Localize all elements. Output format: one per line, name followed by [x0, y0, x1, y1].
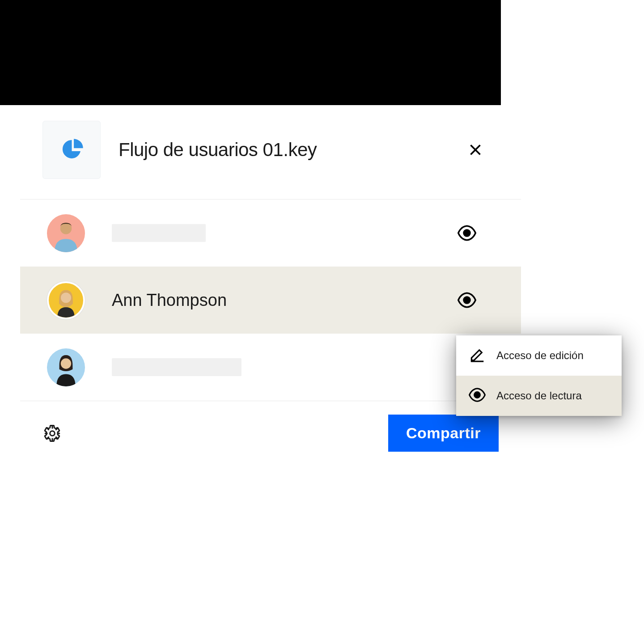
file-title: Flujo de usuarios 01.key — [119, 139, 466, 161]
user-name: Ann Thompson — [112, 291, 458, 310]
svg-point-3 — [464, 230, 470, 236]
dialog-header: Flujo de usuarios 01.key — [20, 105, 521, 199]
file-icon-container — [42, 121, 101, 179]
svg-point-4 — [61, 292, 71, 303]
dropdown-item-edit[interactable]: Acceso de edición — [456, 335, 622, 376]
svg-point-5 — [464, 297, 470, 303]
close-button[interactable] — [466, 140, 485, 160]
permission-dropdown: Acceso de edición Acceso de lectura — [456, 335, 622, 416]
pencil-icon — [469, 346, 486, 365]
permission-view-icon[interactable] — [458, 224, 476, 242]
avatar — [47, 281, 85, 319]
share-button[interactable]: Compartir — [388, 415, 499, 452]
share-dialog: Flujo de usuarios 01.key — [20, 105, 521, 465]
user-name-placeholder — [112, 358, 242, 376]
settings-button[interactable] — [42, 424, 62, 443]
dropdown-item-read[interactable]: Acceso de lectura — [456, 376, 622, 416]
svg-point-7 — [50, 431, 55, 436]
svg-point-9 — [475, 392, 480, 398]
permission-view-icon[interactable] — [458, 291, 476, 309]
user-row[interactable] — [20, 334, 521, 401]
user-row-selected[interactable]: Ann Thompson — [20, 267, 521, 334]
svg-point-6 — [61, 358, 71, 369]
top-black-bar — [0, 0, 501, 105]
user-row[interactable] — [20, 199, 521, 267]
avatar — [47, 348, 85, 386]
eye-icon — [469, 386, 486, 405]
dropdown-label: Acceso de lectura — [496, 390, 582, 402]
user-name-placeholder — [112, 224, 206, 242]
pie-chart-icon — [59, 137, 84, 163]
dialog-footer: Compartir — [20, 401, 521, 465]
avatar — [47, 214, 85, 252]
dropdown-label: Acceso de edición — [496, 349, 584, 362]
